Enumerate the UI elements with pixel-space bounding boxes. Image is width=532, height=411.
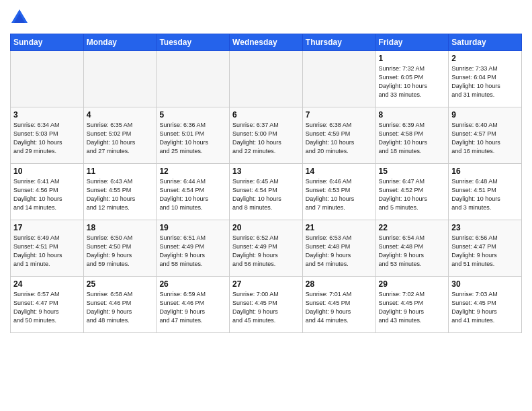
week-row-4: 17Sunrise: 6:49 AMSunset: 4:51 PMDayligh… — [11, 220, 522, 277]
day-info: Sunrise: 6:51 AMSunset: 4:49 PMDaylight:… — [159, 234, 226, 269]
day-info: Sunrise: 7:02 AMSunset: 4:45 PMDaylight:… — [379, 290, 446, 325]
day-cell: 9Sunrise: 6:40 AMSunset: 4:57 PMDaylight… — [449, 107, 522, 164]
day-info: Sunrise: 7:33 AMSunset: 6:04 PMDaylight:… — [451, 64, 519, 99]
day-info: Sunrise: 6:53 AMSunset: 4:48 PMDaylight:… — [306, 234, 373, 269]
day-cell — [230, 51, 303, 107]
day-number: 30 — [451, 279, 519, 289]
dow-header-monday: Monday — [83, 34, 157, 51]
day-info: Sunrise: 6:40 AMSunset: 4:57 PMDaylight:… — [451, 121, 519, 156]
dow-header-tuesday: Tuesday — [157, 34, 230, 51]
day-cell: 11Sunrise: 6:43 AMSunset: 4:55 PMDayligh… — [83, 164, 157, 220]
day-number: 2 — [451, 54, 519, 63]
day-cell: 8Sunrise: 6:39 AMSunset: 4:58 PMDaylight… — [375, 107, 449, 164]
day-cell — [83, 51, 157, 107]
day-info: Sunrise: 7:00 AMSunset: 4:45 PMDaylight:… — [232, 290, 300, 325]
calendar-body: 1Sunrise: 7:32 AMSunset: 6:05 PMDaylight… — [11, 51, 522, 333]
day-cell: 22Sunrise: 6:54 AMSunset: 4:48 PMDayligh… — [375, 220, 449, 277]
day-info: Sunrise: 6:46 AMSunset: 4:53 PMDaylight:… — [306, 177, 373, 212]
day-info: Sunrise: 7:32 AMSunset: 6:05 PMDaylight:… — [379, 64, 446, 99]
dow-header-sunday: Sunday — [11, 34, 84, 51]
week-row-2: 3Sunrise: 6:34 AMSunset: 5:03 PMDaylight… — [11, 107, 522, 164]
day-number: 9 — [451, 110, 519, 120]
day-number: 27 — [232, 279, 300, 289]
page: SundayMondayTuesdayWednesdayThursdayFrid… — [0, 0, 532, 340]
day-number: 20 — [232, 223, 300, 232]
day-info: Sunrise: 6:37 AMSunset: 5:00 PMDaylight:… — [232, 121, 300, 156]
day-info: Sunrise: 6:36 AMSunset: 5:01 PMDaylight:… — [159, 121, 226, 156]
day-info: Sunrise: 6:43 AMSunset: 4:55 PMDaylight:… — [87, 177, 154, 212]
week-row-1: 1Sunrise: 7:32 AMSunset: 6:05 PMDaylight… — [11, 51, 522, 107]
day-number: 19 — [159, 223, 226, 232]
day-number: 26 — [159, 279, 226, 289]
day-cell — [302, 51, 375, 107]
day-number: 29 — [379, 279, 446, 289]
day-info: Sunrise: 6:48 AMSunset: 4:51 PMDaylight:… — [451, 177, 519, 212]
day-info: Sunrise: 6:41 AMSunset: 4:56 PMDaylight:… — [13, 177, 81, 212]
day-cell: 20Sunrise: 6:52 AMSunset: 4:49 PMDayligh… — [230, 220, 303, 277]
day-number: 21 — [306, 223, 373, 232]
day-info: Sunrise: 6:47 AMSunset: 4:52 PMDaylight:… — [379, 177, 446, 212]
day-cell: 26Sunrise: 6:59 AMSunset: 4:46 PMDayligh… — [157, 277, 230, 333]
day-number: 4 — [87, 110, 154, 120]
day-cell: 23Sunrise: 6:56 AMSunset: 4:47 PMDayligh… — [449, 220, 522, 277]
day-number: 18 — [87, 223, 154, 232]
day-cell: 17Sunrise: 6:49 AMSunset: 4:51 PMDayligh… — [11, 220, 84, 277]
dow-header-friday: Friday — [375, 34, 449, 51]
day-cell: 14Sunrise: 6:46 AMSunset: 4:53 PMDayligh… — [302, 164, 375, 220]
day-cell: 18Sunrise: 6:50 AMSunset: 4:50 PMDayligh… — [83, 220, 157, 277]
day-cell: 6Sunrise: 6:37 AMSunset: 5:00 PMDaylight… — [230, 107, 303, 164]
day-number: 7 — [306, 110, 373, 120]
day-info: Sunrise: 6:45 AMSunset: 4:54 PMDaylight:… — [232, 177, 300, 212]
day-number: 25 — [87, 279, 154, 289]
day-number: 3 — [13, 110, 81, 120]
day-number: 13 — [232, 167, 300, 176]
logo-area — [10, 7, 32, 28]
day-info: Sunrise: 6:58 AMSunset: 4:46 PMDaylight:… — [87, 290, 154, 325]
header-area — [10, 7, 522, 28]
week-row-5: 24Sunrise: 6:57 AMSunset: 4:47 PMDayligh… — [11, 277, 522, 333]
day-number: 10 — [13, 167, 81, 176]
day-cell: 4Sunrise: 6:35 AMSunset: 5:02 PMDaylight… — [83, 107, 157, 164]
day-cell: 24Sunrise: 6:57 AMSunset: 4:47 PMDayligh… — [11, 277, 84, 333]
day-number: 22 — [379, 223, 446, 232]
dow-header-thursday: Thursday — [302, 34, 375, 51]
day-cell: 15Sunrise: 6:47 AMSunset: 4:52 PMDayligh… — [375, 164, 449, 220]
day-number: 23 — [451, 223, 519, 232]
day-info: Sunrise: 6:49 AMSunset: 4:51 PMDaylight:… — [13, 234, 81, 269]
dow-header-wednesday: Wednesday — [230, 34, 303, 51]
week-row-3: 10Sunrise: 6:41 AMSunset: 4:56 PMDayligh… — [11, 164, 522, 220]
day-of-week-header: SundayMondayTuesdayWednesdayThursdayFrid… — [11, 34, 522, 51]
day-number: 12 — [159, 167, 226, 176]
day-number: 1 — [379, 54, 446, 63]
logo-icon — [10, 8, 29, 27]
day-info: Sunrise: 6:54 AMSunset: 4:48 PMDaylight:… — [379, 234, 446, 269]
day-cell: 27Sunrise: 7:00 AMSunset: 4:45 PMDayligh… — [230, 277, 303, 333]
day-cell: 16Sunrise: 6:48 AMSunset: 4:51 PMDayligh… — [449, 164, 522, 220]
day-cell: 21Sunrise: 6:53 AMSunset: 4:48 PMDayligh… — [302, 220, 375, 277]
day-cell: 30Sunrise: 7:03 AMSunset: 4:45 PMDayligh… — [449, 277, 522, 333]
day-number: 8 — [379, 110, 446, 120]
day-number: 14 — [306, 167, 373, 176]
day-number: 17 — [13, 223, 81, 232]
day-cell — [11, 51, 84, 107]
day-cell: 10Sunrise: 6:41 AMSunset: 4:56 PMDayligh… — [11, 164, 84, 220]
day-cell: 25Sunrise: 6:58 AMSunset: 4:46 PMDayligh… — [83, 277, 157, 333]
day-info: Sunrise: 6:56 AMSunset: 4:47 PMDaylight:… — [451, 234, 519, 269]
day-cell: 3Sunrise: 6:34 AMSunset: 5:03 PMDaylight… — [11, 107, 84, 164]
day-cell: 13Sunrise: 6:45 AMSunset: 4:54 PMDayligh… — [230, 164, 303, 220]
day-cell: 19Sunrise: 6:51 AMSunset: 4:49 PMDayligh… — [157, 220, 230, 277]
day-info: Sunrise: 6:38 AMSunset: 4:59 PMDaylight:… — [306, 121, 373, 156]
day-number: 5 — [159, 110, 226, 120]
day-number: 6 — [232, 110, 300, 120]
day-number: 15 — [379, 167, 446, 176]
day-info: Sunrise: 6:34 AMSunset: 5:03 PMDaylight:… — [13, 121, 81, 156]
day-cell: 2Sunrise: 7:33 AMSunset: 6:04 PMDaylight… — [449, 51, 522, 107]
dow-header-saturday: Saturday — [449, 34, 522, 51]
day-info: Sunrise: 6:57 AMSunset: 4:47 PMDaylight:… — [13, 290, 81, 325]
day-info: Sunrise: 6:52 AMSunset: 4:49 PMDaylight:… — [232, 234, 300, 269]
day-cell: 12Sunrise: 6:44 AMSunset: 4:54 PMDayligh… — [157, 164, 230, 220]
day-number: 28 — [306, 279, 373, 289]
day-info: Sunrise: 6:59 AMSunset: 4:46 PMDaylight:… — [159, 290, 226, 325]
day-number: 16 — [451, 167, 519, 176]
day-cell: 5Sunrise: 6:36 AMSunset: 5:01 PMDaylight… — [157, 107, 230, 164]
